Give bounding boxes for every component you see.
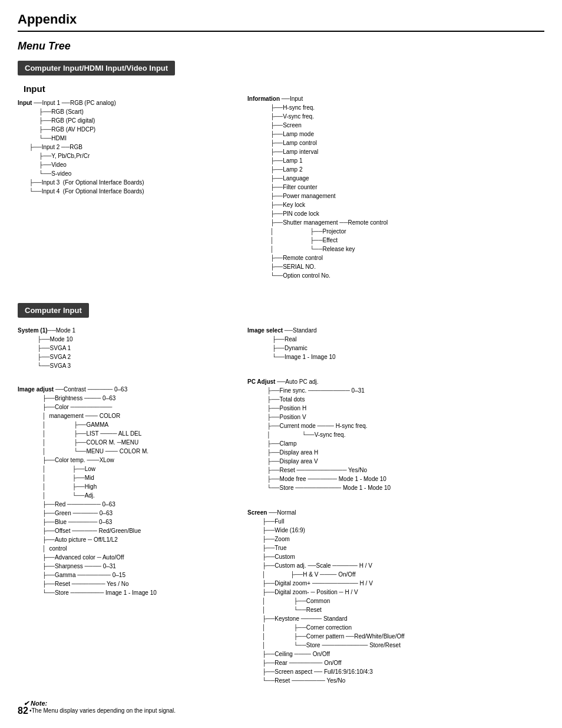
- top-section-header: Computer Input/HDMI Input/Video Input: [18, 61, 175, 75]
- screen-tree: Screen ──Normal ├──Full ├──Wide (16:9) ├…: [247, 508, 544, 694]
- information-tree: Information ──Input ├──H-sync freq. ├──V…: [247, 94, 544, 289]
- input-section-label: Input: [24, 84, 236, 94]
- appendix-title: Appendix: [18, 12, 544, 32]
- image-adjust-tree: Image adjust ──Contrast ────── 0–63 ├──B…: [18, 385, 236, 606]
- note-title: ✔ Note:: [24, 700, 544, 707]
- page-number: 82: [18, 706, 28, 716]
- system-tree: System (1)──Mode 1 ├──Mode 10 ├──SVGA 1 …: [18, 326, 236, 379]
- note-section: ✔ Note: •The Menu display varies dependi…: [24, 700, 544, 714]
- pc-adjust-tree: PC Adjust ──Auto PC adj. ├──Fine sync. ─…: [247, 377, 544, 501]
- menu-tree-title: Menu Tree: [18, 40, 544, 52]
- note-text: •The Menu display varies depending on th…: [29, 707, 544, 714]
- input-tree: Input ──Input 1 ──RGB (PC analog) ├──RGB…: [18, 98, 236, 205]
- image-select-tree: Image select ──Standard ├──Real ├──Dynam…: [247, 326, 544, 370]
- computer-input-header: Computer Input: [18, 303, 89, 318]
